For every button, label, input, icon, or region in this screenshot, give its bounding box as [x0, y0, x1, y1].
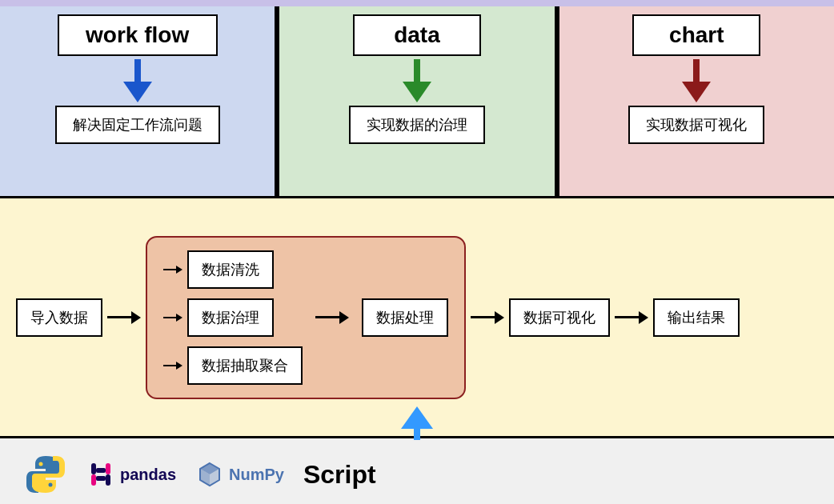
- svg-rect-3: [106, 463, 110, 474]
- workflow-title: work flow: [86, 22, 189, 47]
- chart-title: chart: [669, 22, 724, 47]
- col-data: data 实现数据的治理: [279, 6, 556, 196]
- data-arrow-head: [403, 82, 431, 102]
- chart-subtitle: 实现数据可视化: [646, 117, 747, 133]
- sub-item-extract: 数据抽取聚合: [163, 346, 303, 385]
- sub-item-govern: 数据治理: [163, 298, 303, 337]
- numpy-label: NumPy: [229, 466, 284, 484]
- up-arrow-stem: [414, 429, 420, 440]
- sub-group-left: 数据清洗 数据治理 数据抽取聚合: [163, 250, 303, 385]
- data-title: data: [394, 22, 440, 47]
- import-box: 导入数据: [16, 298, 102, 337]
- workflow-arrow-stem: [134, 59, 141, 82]
- sub-item-clean: 数据清洗: [163, 250, 303, 289]
- workflow-arrow-head: [123, 82, 152, 102]
- data-subtitle-box: 实现数据的治理: [349, 106, 485, 144]
- top-section: work flow 解决固定工作流问题 data 实现数据的治理 chart: [0, 6, 834, 198]
- chart-subtitle-box: 实现数据可视化: [628, 106, 764, 144]
- arrow-to-subgroup: [107, 311, 141, 324]
- up-arrow-head: [401, 406, 433, 429]
- arrow-to-process: [315, 311, 349, 324]
- chart-title-box: chart: [632, 14, 760, 56]
- data-arrow-stem: [414, 59, 420, 82]
- pandas-icon: [86, 460, 115, 489]
- col-chart: chart 实现数据可视化: [559, 6, 834, 196]
- data-arrow: [403, 59, 431, 102]
- workflow-subtitle: 解决固定工作流问题: [73, 117, 202, 133]
- visual-box: 数据可视化: [509, 298, 610, 337]
- svg-rect-7: [96, 476, 106, 481]
- svg-rect-6: [96, 468, 106, 473]
- data-subtitle: 实现数据的治理: [367, 117, 467, 133]
- svg-rect-5: [106, 474, 110, 486]
- output-box: 输出结果: [653, 298, 740, 337]
- numpy-logo: NumPy: [195, 460, 284, 489]
- script-label: Script: [303, 460, 376, 490]
- svg-point-1: [49, 483, 53, 487]
- chart-arrow-stem: [693, 59, 700, 82]
- top-border: [0, 0, 834, 6]
- extract-box: 数据抽取聚合: [187, 346, 303, 385]
- process-box: 数据处理: [362, 298, 448, 337]
- govern-box: 数据治理: [187, 298, 274, 337]
- python-icon: [24, 453, 67, 496]
- middle-section: 导入数据 数据清洗 数据: [0, 198, 834, 438]
- svg-rect-4: [91, 474, 96, 486]
- up-arrow: [401, 406, 433, 440]
- svg-point-0: [39, 462, 43, 466]
- workflow-subtitle-box: 解决固定工作流问题: [55, 106, 220, 144]
- workflow-title-box: work flow: [58, 14, 218, 56]
- col-workflow: work flow 解决固定工作流问题: [0, 6, 277, 196]
- data-title-box: data: [353, 14, 481, 56]
- chart-arrow: [682, 59, 711, 102]
- workflow-arrow: [123, 59, 152, 102]
- svg-rect-2: [91, 463, 96, 474]
- arrow-to-output: [615, 311, 648, 324]
- clean-box: 数据清洗: [187, 250, 274, 289]
- bottom-section: pandas NumPy Script: [0, 438, 834, 504]
- chart-arrow-head: [682, 82, 711, 102]
- red-group: 数据清洗 数据治理 数据抽取聚合: [146, 236, 466, 399]
- pandas-label: pandas: [120, 466, 176, 484]
- arrow-to-visual: [471, 311, 504, 324]
- numpy-icon: [195, 460, 224, 489]
- pandas-logo: pandas: [86, 460, 176, 489]
